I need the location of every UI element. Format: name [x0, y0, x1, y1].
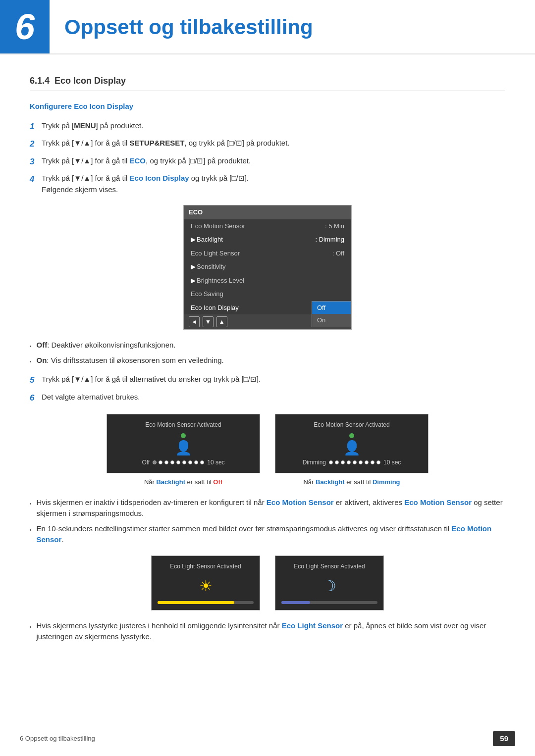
step-3: 3 Trykk på [▼/▲] for å gå til ECO, og tr… — [30, 155, 505, 168]
page-footer: 6 Oppsett og tilbakestilling 59 — [0, 731, 535, 747]
dot4 — [347, 460, 351, 464]
menu-item-eco-motion: Eco Motion Sensor : 5 Min — [184, 219, 351, 233]
sensor-box-off-display: Eco Motion Sensor Activated 👤 Off — [107, 414, 260, 473]
bullet-sensor-2: • En 10-sekunders nedtellingstimer start… — [30, 523, 505, 546]
menu-dropdown-area: Eco Icon Display Off On — [184, 301, 351, 315]
dot5 — [353, 460, 357, 464]
option-off[interactable]: Off — [312, 302, 351, 314]
dot9 — [376, 460, 380, 464]
person-icon-row-dimming: 👤 — [281, 441, 422, 455]
dot6 — [359, 460, 363, 464]
sensor-title-dimming: Eco Motion Sensor Activated — [281, 420, 422, 429]
caption-dimming: Når Backlight er satt til Dimming — [275, 477, 428, 487]
steps-list: 1 Trykk på [MENU] på produktet. 2 Trykk … — [30, 120, 505, 196]
sensor-box-dimming: Eco Motion Sensor Activated 👤 Dimming — [275, 414, 428, 487]
dot6 — [182, 460, 186, 464]
light-box-moon-wrap: Eco Light Sensor Activated ☽ — [275, 555, 384, 610]
light-box-sun-wrap: Eco Light Sensor Activated ☀ — [151, 555, 260, 610]
sensor-boxes-row: Eco Motion Sensor Activated 👤 Off — [30, 414, 505, 487]
dot4 — [170, 460, 174, 464]
dot1 — [153, 460, 157, 464]
progress-row-off: Off 10 sec — [113, 458, 254, 467]
dot7 — [365, 460, 369, 464]
sensor-title-off: Eco Motion Sensor Activated — [113, 420, 254, 429]
dot3 — [341, 460, 345, 464]
step-2: 2 Trykk på [▼/▲] for å gå til SETUP&RESE… — [30, 138, 505, 151]
step-4: 4 Trykk på [▼/▲] for å gå til Eco Icon D… — [30, 173, 505, 195]
step-1: 1 Trykk på [MENU] på produktet. — [30, 120, 505, 133]
sub-heading: Konfigurere Eco Icon Display — [30, 101, 505, 112]
sensor-box-off: Eco Motion Sensor Activated 👤 Off — [107, 414, 260, 487]
chapter-title: Oppsett og tilbakestilling — [64, 11, 313, 43]
dot9 — [200, 460, 204, 464]
steps-list-2: 5 Trykk på [▼/▲] for å gå til alternativ… — [30, 374, 505, 404]
section-heading: 6.1.4 Eco Icon Display — [30, 74, 505, 91]
person-icon-row-off: 👤 — [113, 441, 254, 455]
brightness-bar-sun — [158, 601, 254, 604]
menu-screenshot: ECO Eco Motion Sensor : 5 Min ▶Backlight… — [183, 205, 352, 330]
bullet-sensor-1: • Hvis skjermen er inaktiv i tidsperiode… — [30, 497, 505, 519]
footer-right: 59 — [493, 731, 515, 747]
nav-up-icon: ▲ — [216, 316, 227, 327]
label-dimming-left: Dimming — [303, 458, 326, 467]
dot8 — [371, 460, 374, 464]
menu-item-eco-saving: Eco Saving — [184, 287, 351, 301]
brightness-fill-sun — [158, 601, 234, 604]
bullets-options: • Off: Deaktiver økoikonvisningsfunksjon… — [30, 340, 505, 366]
light-title-sun: Eco Light Sensor Activated — [158, 562, 254, 571]
footer-left: 6 Oppsett og tilbakestilling — [20, 734, 95, 744]
chapter-title-block: Oppsett og tilbakestilling — [50, 0, 328, 53]
progress-dots-off — [153, 460, 204, 464]
caption-off: Når Backlight er satt til Off — [107, 477, 260, 487]
page-header: 6 Oppsett og tilbakestilling — [0, 0, 535, 54]
label-dimming-right: 10 sec — [383, 458, 401, 467]
green-dot-dimming — [349, 433, 354, 438]
green-dot-off — [181, 433, 186, 438]
bullet-light-1: • Hvis skjermens lysstyrke justeres i he… — [30, 620, 505, 643]
step-5: 5 Trykk på [▼/▲] for å gå til alternativ… — [30, 374, 505, 387]
light-title-moon: Eco Light Sensor Activated — [281, 562, 377, 571]
person-icon-off: 👤 — [175, 441, 192, 455]
chapter-number: 6 — [0, 0, 50, 53]
brightness-fill-moon — [281, 601, 310, 604]
bullet-on: • On: Vis driftsstatusen til økosensoren… — [30, 355, 505, 366]
nav-left-icon: ◄ — [189, 316, 200, 327]
label-off-left: Off — [142, 458, 150, 467]
dot2 — [335, 460, 339, 464]
progress-row-dimming: Dimming 10 sec — [281, 458, 422, 467]
dropdown-options: Off On — [312, 301, 351, 327]
brightness-bar-moon — [281, 601, 377, 604]
label-off-right: 10 sec — [207, 458, 224, 467]
menu-item-backlight: ▶Backlight : Dimming — [184, 233, 351, 247]
light-box-sun: Eco Light Sensor Activated ☀ — [151, 555, 260, 610]
dot7 — [188, 460, 192, 464]
person-icon-dimming: 👤 — [343, 441, 361, 455]
bullets-sensor: • Hvis skjermen er inaktiv i tidsperiode… — [30, 497, 505, 546]
menu-title: ECO — [184, 205, 351, 219]
light-box-moon: Eco Light Sensor Activated ☽ — [275, 555, 384, 610]
nav-down-icon: ▼ — [203, 316, 214, 327]
bullet-off: • Off: Deaktiver økoikonvisningsfunksjon… — [30, 340, 505, 351]
progress-dots-dimming — [329, 460, 380, 464]
sun-icon: ☀ — [158, 575, 254, 597]
light-boxes-row: Eco Light Sensor Activated ☀ Eco Light S… — [30, 555, 505, 610]
dot1 — [329, 460, 333, 464]
dot2 — [159, 460, 162, 464]
moon-icon: ☽ — [281, 575, 377, 597]
menu-item-sensitivity: ▶Sensitivity — [184, 260, 351, 274]
dot3 — [164, 460, 168, 464]
sensor-box-dimming-display: Eco Motion Sensor Activated 👤 Dimming — [275, 414, 428, 473]
dot8 — [194, 460, 198, 464]
option-on[interactable]: On — [312, 314, 351, 327]
menu-item-brightness: ▶Brightness Level — [184, 274, 351, 288]
main-content: 6.1.4 Eco Icon Display Konfigurere Eco I… — [0, 74, 535, 680]
menu-item-eco-light: Eco Light Sensor : Off — [184, 247, 351, 260]
bullets-light: • Hvis skjermens lysstyrke justeres i he… — [30, 620, 505, 643]
step-6: 6 Det valgte alternativet brukes. — [30, 392, 505, 404]
dot5 — [176, 460, 180, 464]
